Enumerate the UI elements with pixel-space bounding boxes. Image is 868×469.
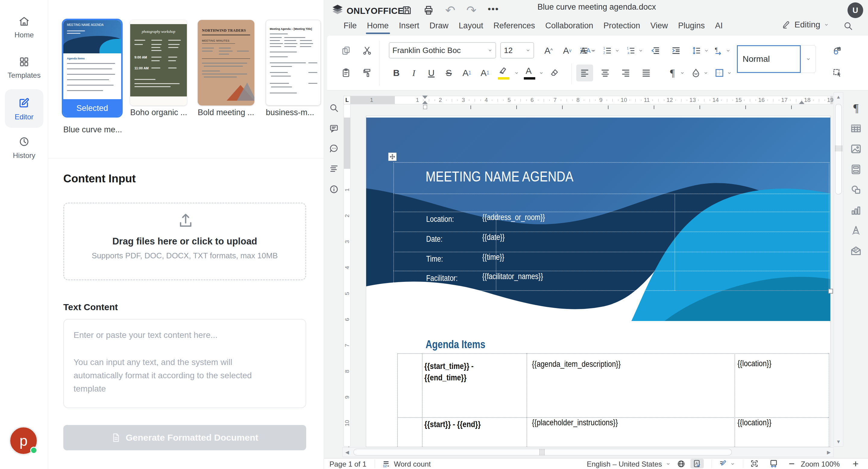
image-settings-icon[interactable] [849,142,863,156]
save-button[interactable] [400,4,413,17]
clear-formatting-button[interactable] [546,65,562,81]
text-content-textarea[interactable]: Enter or paste your text content here...… [63,319,306,408]
about-info-icon[interactable] [328,183,340,195]
increase-font-size-button[interactable]: A^ [541,43,556,59]
multilevel-list-button[interactable]: 1a [623,43,638,59]
language-chevron[interactable] [666,462,671,466]
chat-icon[interactable] [328,142,340,154]
upload-dropzone[interactable]: Drag files here or click to upload Suppo… [63,202,306,280]
redo-button[interactable]: ↷ [465,4,478,17]
page-indicator[interactable]: Page 1 of 1 [330,460,367,468]
change-shape-button[interactable] [830,43,845,59]
paragraph-style-box[interactable]: Normal [737,45,801,73]
font-color-chevron[interactable] [539,70,544,75]
tab-references[interactable]: References [493,21,535,30]
undo-button[interactable]: ↶ [444,4,457,17]
align-right-button[interactable] [617,64,634,82]
track-changes-chevron[interactable] [730,462,735,466]
paragraph-settings-icon[interactable]: ¶ [849,101,863,115]
borders-button[interactable] [712,64,727,82]
tab-home[interactable]: Home [367,21,389,30]
chart-settings-icon[interactable] [849,204,863,217]
tab-draw[interactable]: Draw [430,21,448,30]
subscript-button[interactable]: A1 [477,65,493,81]
copy-button[interactable] [338,43,354,59]
borders-chevron[interactable] [727,70,732,75]
tab-ai[interactable]: AI [715,21,723,30]
language-selector[interactable]: English – United States [587,460,662,468]
shading-chevron[interactable] [704,70,708,75]
sidebar-item-templates[interactable]: Templates [0,56,48,80]
format-painter-button[interactable] [359,65,375,81]
paragraph-direction-chevron[interactable] [726,48,731,53]
nonprinting-chevron[interactable] [680,70,685,75]
table-resize-handle[interactable] [828,289,833,293]
word-count-label[interactable]: Word count [394,460,431,468]
paste-button[interactable] [338,65,354,81]
first-line-indent-marker[interactable] [422,96,428,99]
text-art-settings-icon[interactable] [849,224,863,237]
vertical-ruler[interactable]: 123456789101112 [344,104,350,446]
select-tool-button[interactable] [830,65,845,81]
tab-collaboration[interactable]: Collaboration [545,21,593,30]
zoom-out-button[interactable]: − [786,459,797,469]
line-spacing-button[interactable] [689,43,704,59]
style-gallery-expand[interactable] [801,45,816,73]
user-avatar[interactable]: p [9,426,38,455]
panel-search-icon[interactable] [328,102,340,114]
increase-indent-button[interactable] [669,43,684,59]
line-spacing-chevron[interactable] [704,48,709,53]
track-changes-button[interactable] [718,459,730,468]
sidebar-item-home[interactable]: Home [0,16,48,39]
template-card-business[interactable]: Meeting Agenda – [Meeting Title] [266,20,321,105]
scroll-up-arrow[interactable]: ▲ [834,93,843,101]
mode-switcher[interactable]: Editing [782,20,829,30]
zoom-in-button[interactable]: + [850,459,861,469]
template-card-blue-curve[interactable]: MEETING NAME AGENDA Agenda Items Selecte… [62,19,123,118]
tab-view[interactable]: View [650,21,668,30]
comments-icon[interactable] [328,122,340,134]
tab-file[interactable]: File [344,21,357,30]
align-justify-button[interactable] [638,64,655,82]
highlight-color-button[interactable] [496,65,513,81]
bullet-list-chevron[interactable] [591,48,596,53]
hanging-indent-marker[interactable] [422,101,428,104]
vertical-scroll-thumb[interactable] [835,104,842,194]
numbered-list-chevron[interactable] [615,48,620,53]
shading-button[interactable] [688,64,704,82]
align-center-button[interactable] [597,64,614,82]
tab-stops-strip[interactable] [350,105,833,110]
sidebar-item-editor[interactable]: Editor [0,97,48,121]
horizontal-scrollbar[interactable]: ◀ ▶ [342,447,834,457]
mail-merge-settings-icon[interactable] [849,244,863,257]
paragraph-direction-button[interactable]: ¶ [711,43,726,59]
tab-protection[interactable]: Protection [603,21,640,30]
cut-button[interactable] [359,43,375,59]
print-button[interactable] [422,4,435,17]
template-card-bold[interactable]: NORTHWIND TRADERS MEETING MINUTES [198,20,254,105]
scroll-right-arrow[interactable]: ▶ [824,447,833,457]
table-settings-icon[interactable] [849,122,863,135]
shape-settings-icon[interactable] [849,183,863,196]
generate-document-button[interactable]: Generate Formatted Document [63,425,306,450]
nonprinting-characters-button[interactable]: ¶ [665,64,680,82]
table-move-handle[interactable] [388,153,397,161]
editor-user-avatar[interactable]: U [847,2,863,18]
navigation-headings-icon[interactable] [328,163,340,175]
superscript-button[interactable]: A1 [459,65,475,81]
numbered-list-button[interactable]: 12 [600,43,615,59]
bold-button[interactable]: B [389,65,404,81]
scroll-left-arrow[interactable]: ◀ [343,447,352,457]
zoom-level[interactable]: Zoom 100% [801,460,840,468]
sidebar-item-history[interactable]: History [0,136,48,160]
highlight-chevron[interactable] [514,70,519,75]
strikethrough-button[interactable]: S [441,65,456,81]
font-size-select[interactable]: 12 [500,42,534,59]
template-card-boho[interactable]: photography workshop 9:00 AM 11:00 AM [130,20,187,105]
align-left-button[interactable] [576,64,593,82]
bullet-list-button[interactable] [576,43,591,59]
decrease-indent-button[interactable] [648,43,663,59]
vertical-scrollbar[interactable]: ▲ ▼ [834,92,843,447]
fit-page-button[interactable] [748,459,761,468]
font-color-button[interactable]: A [521,65,538,81]
